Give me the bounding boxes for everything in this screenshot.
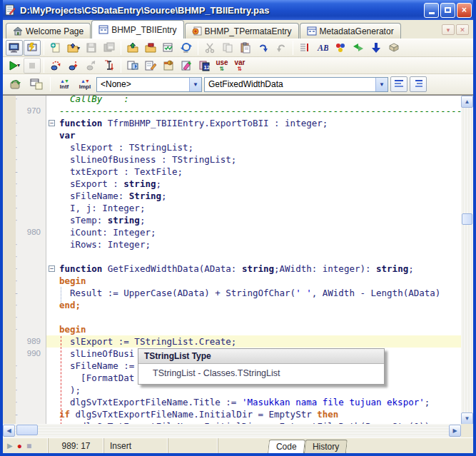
vertical-scroll-thumb[interactable]: [462, 213, 472, 225]
implementation-list-button[interactable]: [410, 76, 427, 92]
date-stamp-button[interactable]: 3: [160, 58, 177, 74]
gutter-cell[interactable]: ·: [3, 275, 46, 287]
gutter-cell[interactable]: ·: [3, 141, 46, 153]
gutter-cell[interactable]: ·: [3, 384, 46, 396]
save-all-button[interactable]: [101, 40, 118, 56]
combo-dropdown-button[interactable]: ▼: [375, 78, 388, 91]
gutter-cell[interactable]: -: [3, 287, 46, 299]
horizontal-scroll-thumb[interactable]: [16, 425, 38, 435]
code-line[interactable]: 980 iCount: Integer;: [3, 226, 461, 238]
copy-button[interactable]: [219, 40, 236, 56]
macro-stop-icon[interactable]: ■: [26, 442, 31, 450]
gutter-cell[interactable]: ·: [3, 202, 46, 214]
gutter-cell[interactable]: 970: [3, 105, 46, 117]
fold-toggle[interactable]: −: [49, 265, 55, 272]
code-line[interactable]: ·end;: [3, 299, 461, 311]
macro-play-icon[interactable]: ▶: [7, 442, 13, 450]
build-options-button[interactable]: tool: [178, 40, 195, 56]
scroll-up-button[interactable]: ▲: [461, 96, 473, 108]
navigate-down-button[interactable]: [368, 40, 385, 56]
code-line[interactable]: 970-------------------------------------…: [3, 105, 461, 117]
scroll-right-button[interactable]: ▶: [449, 425, 461, 437]
palette-button[interactable]: [332, 40, 349, 56]
vertical-scrollbar[interactable]: ▲ ▼: [461, 96, 473, 424]
font-button[interactable]: AB: [314, 40, 331, 56]
gutter-cell[interactable]: ·: [3, 311, 46, 323]
code-line[interactable]: 989 slExport := TStringList.Create;: [3, 335, 461, 348]
gutter-cell[interactable]: ·: [3, 360, 46, 372]
tab-bhmp-tbiientry[interactable]: BHMP_TBIIEntry: [91, 20, 183, 39]
view-form-button[interactable]: [160, 40, 177, 56]
add-to-project-button[interactable]: [142, 40, 159, 56]
combo-dropdown-button[interactable]: ▼: [189, 78, 201, 91]
code-line[interactable]: · sFileName: String;: [3, 190, 461, 202]
minimize-button[interactable]: [424, 3, 439, 18]
code-line[interactable]: ·: [3, 311, 461, 323]
close-tab-button[interactable]: ✕: [456, 24, 469, 35]
code-line[interactable]: · CallBy :: [3, 95, 461, 105]
tab-bhmp-tpermataentry[interactable]: BHMP_TPermataEntry: [185, 23, 299, 39]
code-view-tab[interactable]: Code: [268, 440, 305, 453]
declare-variable-button[interactable]: var⇅: [231, 58, 248, 74]
close-button[interactable]: ×: [457, 3, 472, 18]
format-source-button[interactable]: [296, 40, 313, 56]
trace-into-button[interactable]: [65, 58, 82, 74]
gutter-cell[interactable]: -: [3, 408, 46, 420]
tab-metadatagenerator[interactable]: MetadataGenerator: [300, 23, 401, 39]
desktop-layout-button[interactable]: [6, 40, 23, 56]
open-file-button[interactable]: ▾: [65, 40, 82, 56]
redo-button[interactable]: [273, 40, 290, 56]
gutter-cell[interactable]: 989: [3, 335, 46, 348]
paste-button[interactable]: [237, 40, 254, 56]
interface-list-button[interactable]: [390, 76, 407, 92]
use-unit-button[interactable]: use⇅: [213, 58, 231, 74]
scroll-left-button[interactable]: ◀: [3, 425, 15, 437]
help-book-button[interactable]: [385, 40, 402, 56]
code-line[interactable]: · slLineOfBusiness : TStringList;: [3, 153, 461, 166]
gutter-cell[interactable]: -: [3, 166, 46, 178]
scroll-down-button[interactable]: ▼: [461, 412, 473, 424]
code-line[interactable]: · I, j: Integer;: [3, 202, 461, 214]
gutter-cell[interactable]: ·: [3, 153, 46, 166]
cut-button[interactable]: [201, 40, 218, 56]
gutter-cell[interactable]: ·: [3, 214, 46, 226]
gutter-cell[interactable]: ·: [3, 263, 46, 275]
code-editor[interactable]: · CallBy :970---------------------------…: [3, 95, 473, 424]
sync-edit-button[interactable]: [124, 58, 141, 74]
code-line[interactable]: ·begin: [3, 275, 461, 287]
toggle-form-unit-button[interactable]: [27, 76, 46, 93]
code-line[interactable]: · dlgSvTxtExportFileName.Title := 'Masuk…: [3, 396, 461, 408]
open-project-button[interactable]: [124, 40, 141, 56]
gutter-cell[interactable]: ·: [3, 299, 46, 311]
run-until-return-button[interactable]: [101, 58, 118, 74]
code-line[interactable]: ·var: [3, 129, 461, 141]
macro-record-icon[interactable]: ●: [17, 442, 22, 450]
tab-list-button[interactable]: ▾: [442, 24, 455, 35]
code-line[interactable]: ·−function TfrmBHMP_TBIIEntry.ExportToBI…: [3, 117, 461, 129]
save-button[interactable]: [83, 40, 100, 56]
pause-button[interactable]: [24, 58, 41, 74]
code-line[interactable]: ·begin: [3, 323, 461, 335]
code-line[interactable]: ·−function GetFixedWidthData(AData: stri…: [3, 263, 461, 275]
browse-back-button[interactable]: [6, 76, 25, 93]
horizontal-scrollbar[interactable]: ◀ ▶: [3, 424, 461, 437]
fold-toggle[interactable]: −: [49, 120, 55, 126]
maximize-button[interactable]: [440, 3, 455, 18]
run-to-cursor-button[interactable]: [83, 58, 100, 74]
history-view-tab[interactable]: History: [304, 440, 348, 453]
goto-interface-button[interactable]: ▲▼ Intf: [55, 76, 74, 93]
run-button[interactable]: ▾: [6, 58, 23, 74]
tab-welcome-page[interactable]: Welcome Page: [6, 23, 91, 39]
gutter-cell[interactable]: ·: [3, 129, 46, 141]
gutter-cell[interactable]: 980: [3, 226, 46, 238]
code-line[interactable]: · sExport : string;: [3, 178, 461, 190]
gutter-cell[interactable]: ·: [3, 95, 46, 105]
goto-implementation-button[interactable]: ▲▼ Impl: [76, 76, 94, 93]
step-over-button[interactable]: [47, 58, 64, 74]
code-line[interactable]: -if dlgSvTxtExportFileName.InitialDir = …: [3, 408, 461, 420]
gutter-cell[interactable]: ·: [3, 396, 46, 408]
code-line[interactable]: · );: [3, 384, 461, 396]
gutter-cell[interactable]: ·: [3, 250, 46, 263]
gutter-cell[interactable]: ·: [3, 190, 46, 202]
member-combobox[interactable]: GetFixedWidthData ▼: [204, 77, 388, 92]
